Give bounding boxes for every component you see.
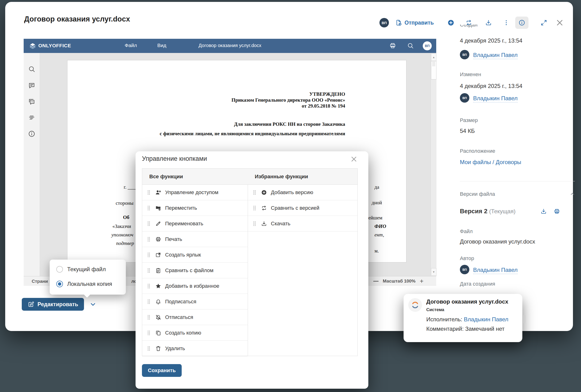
print-version-icon[interactable] (554, 208, 561, 215)
executor-link[interactable]: Владыкин Павел (464, 316, 508, 323)
edit-button[interactable]: Редактировать (22, 298, 84, 311)
user-avatar[interactable]: ВП (380, 18, 389, 27)
document-line: УТВЕРЖДЕНО (232, 91, 345, 97)
modified-date: 4 декабря 2025 г., 13:54 (460, 83, 522, 89)
breadcrumb-separator: / (492, 159, 494, 165)
creation-date-label: Дата создания (460, 281, 495, 287)
edit-button-label: Редактировать (38, 301, 78, 308)
avatar[interactable]: ВП (460, 265, 469, 274)
drag-handle-icon[interactable] (253, 190, 256, 195)
function-row-clipboard[interactable]: Сравнить с файлом (142, 263, 248, 278)
pencil-icon (155, 221, 161, 227)
drag-handle-icon[interactable] (253, 205, 256, 211)
drag-handle-icon[interactable] (147, 221, 151, 227)
copy-icon (155, 330, 161, 336)
save-button[interactable]: Сохранить (142, 364, 182, 377)
expand-icon[interactable] (539, 18, 548, 27)
drag-handle-icon[interactable] (147, 299, 151, 305)
document-fragment: м. (374, 248, 379, 254)
breadcrumb: Мои файлы / Договоры (460, 159, 521, 165)
scrollbar-thumb[interactable] (523, 315, 526, 324)
about-icon[interactable] (28, 130, 36, 138)
drag-handle-icon[interactable] (147, 315, 151, 320)
document-fragment: «Заказчи (112, 223, 131, 229)
location-link-contracts[interactable]: Договоры (496, 159, 521, 166)
send-file-icon (395, 19, 402, 26)
close-icon[interactable] (555, 18, 564, 27)
modal-title: Управление кнопками (142, 155, 207, 162)
size-value: 54 КБ (460, 128, 475, 134)
radio-icon[interactable] (56, 281, 63, 287)
drag-handle-icon[interactable] (147, 236, 151, 242)
bell-icon (155, 299, 161, 305)
drag-handle-icon[interactable] (147, 252, 151, 258)
author-link[interactable]: Владыкин Павел (473, 267, 518, 273)
toast-system-label: Система (426, 307, 444, 312)
function-row-compare[interactable]: Сравнить с версией (248, 200, 358, 216)
function-row-user-plus[interactable]: Управление доступом (142, 185, 248, 200)
toast-comment-row: Комментарий: Замечаний нет (426, 326, 504, 332)
radio-icon[interactable] (56, 266, 63, 273)
function-row-download[interactable]: Скачать (248, 216, 358, 231)
desktop-backdrop: Договор оказания услуг.docx ВП Отправить… (0, 0, 581, 392)
download-icon[interactable] (484, 18, 493, 27)
info-panel-toggle[interactable] (515, 16, 528, 29)
chat-icon[interactable] (28, 98, 36, 105)
search-icon[interactable] (28, 65, 36, 73)
modified-by-link[interactable]: Владыкин Павел (473, 95, 518, 102)
toast-title: Договор оказания услуг.docx (426, 298, 508, 305)
drag-handle-icon[interactable] (147, 346, 151, 351)
collapse-versions-icon[interactable] (570, 191, 575, 197)
editor-scrollbar[interactable]: ▲ ▼ (430, 53, 436, 276)
function-row-shortcut[interactable]: Создать ярлык (142, 247, 248, 263)
drag-handle-icon[interactable] (147, 205, 151, 211)
zoom-in-button[interactable]: + (420, 279, 424, 284)
option-local-copy[interactable]: Локальная копия (56, 280, 112, 288)
headings-icon[interactable] (28, 113, 36, 121)
send-button[interactable]: Отправить (395, 18, 434, 27)
avatar[interactable]: ВП (460, 50, 469, 59)
location-link-myfiles[interactable]: Мои файлы (460, 159, 491, 166)
function-row-bell[interactable]: Подписаться (142, 294, 248, 310)
drag-handle-icon[interactable] (147, 283, 151, 289)
version-title: Версия 2 (Текущая) (460, 208, 516, 215)
document-line: с физическими лицами, не являющимися инд… (160, 129, 345, 138)
zoom-out-button[interactable] (373, 281, 378, 282)
scrollbar-thumb[interactable] (431, 61, 436, 79)
drag-handle-icon[interactable] (147, 330, 151, 336)
function-row-trash[interactable]: Удалить (142, 341, 248, 356)
drag-handle-icon[interactable] (147, 190, 151, 195)
favorite-functions-header: Избранные функции (248, 169, 358, 185)
document-fragment: Об (123, 214, 130, 220)
all-functions-header: Все функции (142, 169, 248, 185)
function-row-bell-off[interactable]: Отписаться (142, 310, 248, 325)
manage-buttons-modal: Управление кнопками Все функции Избранны… (136, 151, 368, 389)
function-row-folder-move[interactable]: Переместить (142, 200, 248, 216)
function-row-plus-circle[interactable]: Добавить версию (248, 185, 358, 200)
function-row-star[interactable]: Добавить в избранное (142, 278, 248, 294)
function-row-pencil[interactable]: Переименовать (142, 216, 248, 231)
option-current-file[interactable]: Текущий файл (56, 265, 106, 273)
star-icon (155, 283, 161, 289)
function-row-printer[interactable]: Печать (142, 231, 248, 247)
search-icon[interactable] (407, 42, 414, 50)
more-actions-icon[interactable] (502, 18, 511, 27)
avatar[interactable]: ВП (460, 93, 469, 103)
app-logo-icon (408, 298, 422, 312)
drag-handle-icon[interactable] (147, 268, 151, 273)
document-fragment: стороны (116, 200, 134, 206)
print-icon[interactable] (389, 42, 397, 50)
function-row-copy[interactable]: Создать копию (142, 325, 248, 341)
drag-handle-icon[interactable] (253, 221, 256, 227)
comments-icon[interactable] (28, 82, 36, 89)
edit-options-chevron-icon[interactable] (90, 301, 96, 308)
editor-user-avatar[interactable]: ВП (423, 41, 432, 50)
add-version-icon[interactable] (446, 18, 456, 27)
scroll-up-button[interactable]: ▲ (431, 53, 436, 61)
notification-toast[interactable]: Договор оказания услуг.docx Система Испо… (404, 294, 522, 342)
created-by-link[interactable]: Владыкин Павел (473, 52, 518, 58)
download-version-icon[interactable] (540, 208, 548, 215)
scroll-down-button[interactable]: ▼ (431, 268, 436, 276)
document-body: Для заключения РОКС НН на стороне Заказч… (160, 119, 345, 138)
close-icon[interactable] (350, 156, 358, 163)
